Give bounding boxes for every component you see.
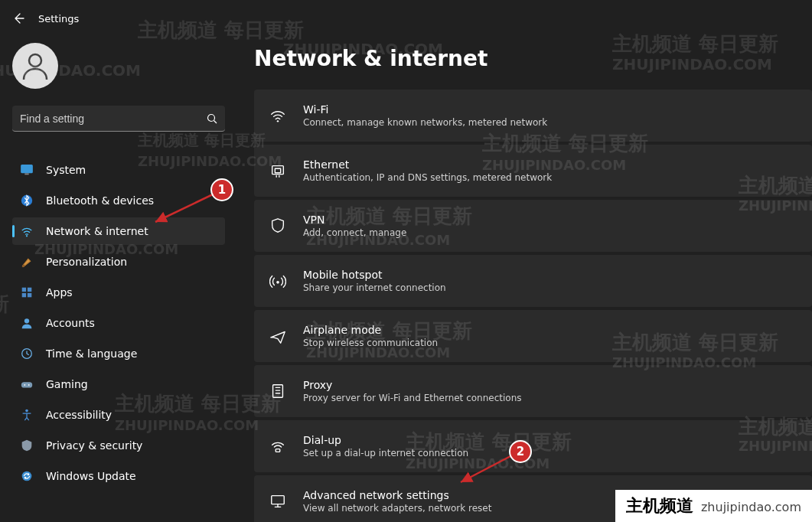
setting-title: VPN — [303, 214, 406, 226]
watermark-corner-big: 主机频道 — [626, 494, 693, 517]
setting-text: Dial-upSet up a dial-up internet connect… — [303, 434, 468, 458]
sidebar-item-apps[interactable]: Apps — [12, 279, 225, 306]
svg-rect-10 — [28, 293, 31, 297]
setting-ethernet[interactable]: EthernetAuthentication, IP and DNS setti… — [254, 145, 812, 197]
setting-subtitle: Set up a dial-up internet connection — [303, 448, 468, 458]
svg-point-21 — [276, 281, 279, 284]
svg-rect-4 — [24, 174, 28, 175]
setting-text: ProxyProxy server for Wi-Fi and Ethernet… — [303, 379, 522, 403]
svg-rect-7 — [22, 288, 26, 292]
sidebar-item-label: Time & language — [46, 347, 137, 360]
apps-icon — [20, 285, 34, 299]
svg-rect-9 — [22, 293, 26, 297]
svg-rect-3 — [21, 165, 32, 173]
sidebar-item-accessibility[interactable]: Accessibility — [12, 401, 225, 429]
annotation-arrow-1 — [149, 190, 218, 228]
search-wrap — [12, 106, 225, 132]
shield-icon — [20, 439, 34, 452]
sidebar-item-privacy-security[interactable]: Privacy & security — [12, 432, 225, 459]
svg-rect-26 — [276, 449, 280, 452]
setting-text: Mobile hotspotShare your internet connec… — [303, 269, 446, 293]
setting-title: Dial-up — [303, 434, 468, 446]
dialup-icon — [269, 438, 286, 455]
setting-title: Wi-Fi — [303, 103, 547, 116]
sidebar-item-label: Network & internet — [46, 225, 148, 237]
setting-title: Mobile hotspot — [303, 269, 446, 281]
sidebar-item-label: Accessibility — [46, 409, 112, 421]
setting-subtitle: Proxy server for Wi-Fi and Ethernet conn… — [303, 393, 522, 403]
sidebar-item-label: Personalization — [46, 256, 127, 268]
titlebar: Settings — [0, 0, 812, 37]
arrow-left-icon — [12, 12, 24, 24]
proxy-icon — [269, 383, 286, 400]
advanced-icon — [269, 493, 286, 510]
person-icon — [18, 49, 52, 83]
sidebar-item-gaming[interactable]: Gaming — [12, 370, 225, 398]
svg-rect-27 — [272, 496, 285, 504]
clock-icon — [20, 347, 34, 361]
settings-list: Wi-FiConnect, manage known networks, met… — [254, 90, 812, 522]
brush-icon — [20, 255, 34, 269]
setting-title: Proxy — [303, 379, 522, 391]
sidebar-item-windows-update[interactable]: Windows Update — [12, 462, 225, 490]
sidebar-item-personalization[interactable]: Personalization — [12, 248, 225, 276]
sidebar-item-label: Apps — [46, 286, 73, 299]
annotation-arrow-2 — [455, 452, 516, 488]
setting-airplane-mode[interactable]: Airplane modeStop wireless communication — [254, 310, 812, 362]
svg-point-14 — [24, 384, 25, 386]
svg-rect-8 — [28, 288, 31, 292]
sidebar-item-system[interactable]: System — [12, 156, 225, 184]
annotation-marker-2: 2 — [509, 440, 532, 463]
gamepad-icon — [20, 377, 34, 391]
sidebar-item-label: Privacy & security — [46, 439, 142, 452]
setting-subtitle: Add, connect, manage — [303, 227, 406, 238]
app-title: Settings — [38, 13, 79, 24]
setting-vpn[interactable]: VPNAdd, connect, manage — [254, 200, 812, 252]
wifi-icon — [20, 224, 34, 238]
sidebar-item-label: Bluetooth & devices — [46, 194, 154, 207]
svg-point-16 — [25, 409, 28, 413]
back-button[interactable] — [12, 12, 24, 24]
setting-subtitle: Connect, manage known networks, metered … — [303, 117, 547, 128]
svg-rect-22 — [273, 385, 283, 398]
svg-point-0 — [29, 54, 41, 67]
setting-text: VPNAdd, connect, manage — [303, 214, 406, 238]
setting-proxy[interactable]: ProxyProxy server for Wi-Fi and Ethernet… — [254, 365, 812, 417]
setting-wi-fi[interactable]: Wi-FiConnect, manage known networks, met… — [254, 90, 812, 142]
avatar[interactable] — [12, 43, 58, 89]
sidebar-item-time-language[interactable]: Time & language — [12, 340, 225, 367]
search-input[interactable] — [12, 106, 225, 132]
sidebar-item-label: Gaming — [46, 378, 88, 390]
page-title: Network & internet — [254, 46, 812, 71]
watermark-corner: 主机频道 zhujipindao.com — [615, 490, 812, 522]
sidebar-item-accounts[interactable]: Accounts — [12, 309, 225, 337]
shield-icon — [269, 217, 286, 234]
person-icon — [20, 316, 34, 330]
sidebar-item-label: Windows Update — [46, 470, 136, 482]
setting-title: Ethernet — [303, 158, 552, 171]
sidebar: SystemBluetooth & devicesNetwork & inter… — [0, 37, 237, 522]
setting-title: Airplane mode — [303, 324, 438, 336]
svg-point-11 — [24, 318, 29, 323]
setting-dial-up[interactable]: Dial-upSet up a dial-up internet connect… — [254, 420, 812, 472]
svg-rect-20 — [275, 168, 280, 173]
monitor-icon — [20, 163, 34, 177]
setting-title: Advanced network settings — [303, 489, 491, 501]
svg-point-17 — [22, 471, 32, 481]
setting-subtitle: View all network adapters, network reset — [303, 503, 491, 514]
annotation-marker-1: 1 — [210, 178, 233, 201]
hotspot-icon — [269, 272, 286, 289]
setting-subtitle: Share your internet connection — [303, 282, 446, 293]
svg-point-15 — [28, 384, 30, 386]
accessibility-icon — [20, 408, 34, 422]
setting-text: Wi-FiConnect, manage known networks, met… — [303, 103, 547, 128]
setting-mobile-hotspot[interactable]: Mobile hotspotShare your internet connec… — [254, 255, 812, 307]
svg-line-28 — [155, 194, 214, 222]
airplane-icon — [269, 328, 286, 344]
sidebar-item-label: Accounts — [46, 317, 95, 329]
svg-rect-13 — [21, 382, 32, 387]
svg-point-18 — [277, 120, 279, 122]
sidebar-item-label: System — [46, 164, 86, 176]
svg-line-29 — [461, 455, 512, 482]
ethernet-icon — [269, 162, 286, 179]
